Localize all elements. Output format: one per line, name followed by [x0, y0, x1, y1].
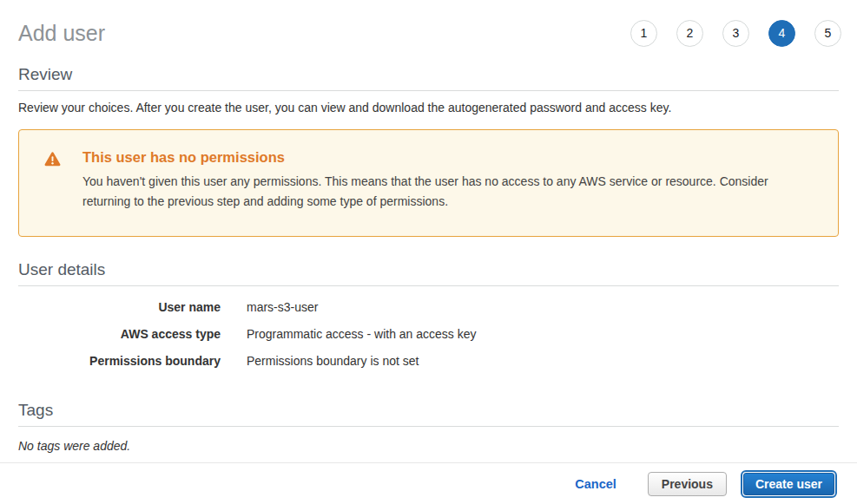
step-4-indicator-active: 4: [768, 20, 795, 47]
review-heading: Review: [18, 65, 839, 84]
create-user-button[interactable]: Create user: [743, 473, 834, 495]
tags-section: Tags No tags were added.: [18, 401, 839, 453]
table-row: User name mars-s3-user: [18, 300, 839, 315]
user-name-value: mars-s3-user: [247, 300, 318, 315]
permissions-boundary-label: Permissions boundary: [18, 354, 221, 369]
review-description: Review your choices. After you create th…: [18, 101, 839, 115]
create-user-button-focus-ring: Create user: [741, 470, 837, 498]
warning-triangle-icon: [44, 149, 82, 236]
warning-title: This user has no permissions: [82, 149, 807, 166]
table-row: AWS access type Programmatic access - wi…: [18, 327, 839, 342]
access-type-value: Programmatic access - with an access key: [247, 327, 477, 342]
wizard-footer: Cancel Previous Create user: [0, 462, 857, 504]
tags-empty-message: No tags were added.: [18, 439, 839, 453]
permissions-boundary-value: Permissions boundary is not set: [247, 354, 419, 369]
user-details-heading: User details: [18, 260, 839, 279]
main-content: Review Review your choices. After you cr…: [0, 65, 857, 453]
tags-heading: Tags: [18, 401, 839, 420]
review-divider: [18, 90, 839, 91]
access-type-label: AWS access type: [18, 327, 221, 342]
step-5-indicator: 5: [814, 20, 841, 47]
user-details-section: User details User name mars-s3-user AWS …: [18, 260, 839, 369]
step-2-indicator: 2: [676, 20, 703, 47]
previous-button[interactable]: Previous: [648, 472, 727, 496]
review-section: Review Review your choices. After you cr…: [18, 65, 839, 115]
user-details-divider: [18, 285, 839, 286]
step-3-indicator: 3: [722, 20, 749, 47]
page-title: Add user: [18, 21, 105, 46]
wizard-header: Add user 1 2 3 4 5: [0, 0, 857, 54]
table-row: Permissions boundary Permissions boundar…: [18, 354, 839, 369]
user-name-label: User name: [18, 300, 221, 315]
tags-divider: [18, 426, 839, 427]
step-1-indicator: 1: [630, 20, 657, 47]
step-indicator: 1 2 3 4 5: [630, 20, 841, 47]
cancel-link[interactable]: Cancel: [575, 477, 616, 491]
warning-message: You haven't given this user any permissi…: [82, 172, 807, 212]
no-permissions-warning-banner: This user has no permissions You haven't…: [18, 129, 839, 237]
